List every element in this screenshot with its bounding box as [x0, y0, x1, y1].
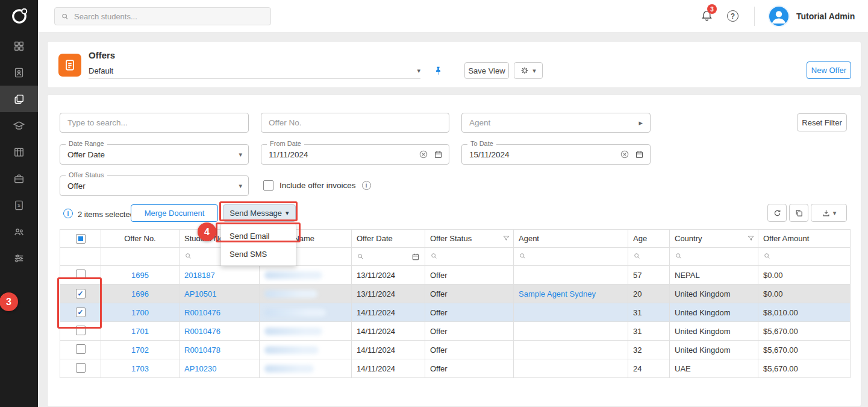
copy-grid-button[interactable]	[789, 204, 808, 222]
export-button[interactable]: ▾	[811, 204, 847, 222]
table-row[interactable]: 1702R001047814/11/2024Offer32United King…	[60, 341, 851, 359]
col-offer-date[interactable]: Offer Date	[352, 230, 425, 248]
export-icon	[822, 209, 831, 218]
sidebar-item-dashboard[interactable]	[0, 33, 38, 59]
filter-offer-status[interactable]	[425, 248, 514, 266]
offer-no-link[interactable]: 1696	[131, 289, 149, 298]
table-row[interactable]: 1701R001047614/11/2024Offer31United King…	[60, 322, 851, 341]
merge-document-button[interactable]: Merge Document	[131, 204, 218, 222]
col-country[interactable]: Country	[670, 230, 758, 248]
menu-item-send-email[interactable]: Send Email	[221, 227, 296, 245]
offer-no-link[interactable]: 1701	[131, 327, 149, 336]
student-no-link[interactable]: R0010476	[184, 327, 220, 336]
sidebar-item-agents[interactable]	[0, 218, 38, 245]
table-row[interactable]: ✓1696AP1050113/11/2024OfferSample Agent …	[60, 285, 851, 303]
grid-search-input[interactable]	[60, 113, 249, 133]
refresh-button[interactable]	[767, 204, 787, 222]
pin-view-button[interactable]	[433, 66, 443, 78]
agent-select[interactable]: Agent ▸	[461, 113, 651, 133]
age-cell: 31	[628, 303, 670, 322]
filter-icon[interactable]	[747, 235, 755, 242]
filter-age[interactable]	[628, 248, 670, 266]
col-agent[interactable]: Agent	[514, 230, 628, 248]
sidebar-item-courses[interactable]	[0, 112, 38, 139]
student-name-redacted	[264, 271, 322, 279]
table-row[interactable]: 1703AP1023014/11/2024Offer24UAE$5,670.00	[60, 359, 851, 378]
search-input[interactable]	[74, 12, 264, 21]
row-checkbox[interactable]: ✓	[76, 289, 86, 298]
notification-badge: 3	[707, 4, 717, 14]
to-date-field[interactable]: To Date 15/11/2024	[461, 144, 651, 165]
student-no-link[interactable]: AP10501	[184, 289, 217, 298]
view-settings-button[interactable]: ▾	[514, 62, 543, 79]
filter-agent[interactable]	[514, 248, 628, 266]
topbar: 3 ? Tutorial Admin	[38, 0, 868, 33]
filter-offer-date[interactable]	[352, 248, 425, 266]
filter-icon[interactable]	[502, 235, 510, 242]
filter-offer-no[interactable]	[101, 248, 180, 266]
copy-icon	[795, 209, 804, 218]
offer-no-link[interactable]: 1703	[131, 364, 149, 373]
student-name-redacted	[264, 346, 319, 354]
grid-body: 1695201818713/11/2024Offer57NEPAL$0.00✓1…	[60, 266, 851, 378]
new-offer-button[interactable]: New Offer	[807, 62, 851, 79]
offer-no-link[interactable]: 1700	[131, 308, 149, 317]
col-offer-no[interactable]: Offer No.	[101, 230, 180, 248]
offer-status-select[interactable]: Offer Status Offer ▾	[60, 175, 249, 196]
student-search[interactable]	[54, 7, 271, 25]
table-row[interactable]: ✓1700R001047614/11/2024Offer31United Kin…	[60, 303, 851, 322]
calendar-icon[interactable]	[434, 150, 443, 159]
offer-no-link[interactable]: 1695	[131, 271, 149, 280]
row-checkbox[interactable]	[76, 363, 86, 373]
save-view-button[interactable]: Save View	[464, 62, 509, 79]
row-checkbox[interactable]: ✓	[76, 308, 86, 317]
agent-select-placeholder: Agent	[469, 118, 490, 127]
send-message-button[interactable]: Send Message ▾	[223, 204, 296, 222]
offer-no-input[interactable]	[261, 113, 449, 133]
sidebar-item-offers[interactable]	[0, 86, 38, 112]
clear-icon[interactable]	[620, 150, 629, 159]
sidebar-item-invoices[interactable]: $	[0, 192, 38, 218]
country-cell: United Kingdom	[670, 303, 758, 322]
offers-content-card: Agent ▸ Reset Filter Date Range Offer Da…	[47, 94, 861, 407]
app-logo[interactable]	[0, 0, 38, 33]
sidebar: $	[0, 0, 38, 407]
student-no-link[interactable]: 2018187	[184, 271, 215, 280]
col-offer-status[interactable]: Offer Status	[425, 230, 514, 248]
sidebar-item-settings[interactable]	[0, 245, 38, 271]
page-title: Offers	[89, 50, 115, 60]
filter-offer-amount[interactable]	[758, 248, 851, 266]
row-checkbox[interactable]	[76, 344, 86, 354]
table-row[interactable]: 1695201818713/11/2024Offer57NEPAL$0.00	[60, 266, 851, 285]
calendar-icon[interactable]	[411, 253, 420, 261]
clear-icon[interactable]	[419, 150, 428, 159]
row-checkbox[interactable]	[76, 270, 86, 279]
col-age[interactable]: Age	[628, 230, 670, 248]
agent-link[interactable]: Sample Agent Sydney	[519, 289, 596, 298]
include-offer-invoices-checkbox[interactable]	[263, 180, 273, 191]
user-icon	[769, 7, 788, 26]
user-name[interactable]: Tutorial Admin	[796, 11, 855, 21]
menu-item-send-sms[interactable]: Send SMS	[221, 245, 296, 263]
from-date-field[interactable]: From Date 11/11/2024	[261, 144, 449, 165]
sidebar-item-products[interactable]	[0, 139, 38, 165]
search-icon	[430, 252, 438, 260]
date-range-select[interactable]: Date Range Offer Date ▾	[60, 144, 249, 165]
calendar-icon[interactable]	[635, 150, 644, 159]
sidebar-item-contacts[interactable]	[0, 59, 38, 86]
student-no-link[interactable]: R0010476	[184, 308, 220, 317]
help-button[interactable]: ?	[727, 10, 738, 22]
student-no-link[interactable]: AP10230	[184, 364, 217, 373]
reset-filter-button[interactable]: Reset Filter	[797, 113, 847, 131]
filter-country[interactable]	[670, 248, 758, 266]
sidebar-item-services[interactable]	[0, 165, 38, 192]
col-offer-amount[interactable]: Offer Amount	[758, 230, 851, 248]
row-checkbox[interactable]	[76, 326, 86, 335]
student-no-link[interactable]: R0010478	[184, 345, 220, 355]
view-selector[interactable]: Default ▾	[89, 63, 420, 79]
age-cell: 20	[628, 285, 670, 303]
avatar[interactable]	[769, 7, 788, 26]
offer-no-link[interactable]: 1702	[131, 345, 149, 355]
search-icon	[519, 252, 526, 260]
select-all-checkbox[interactable]	[76, 234, 86, 244]
